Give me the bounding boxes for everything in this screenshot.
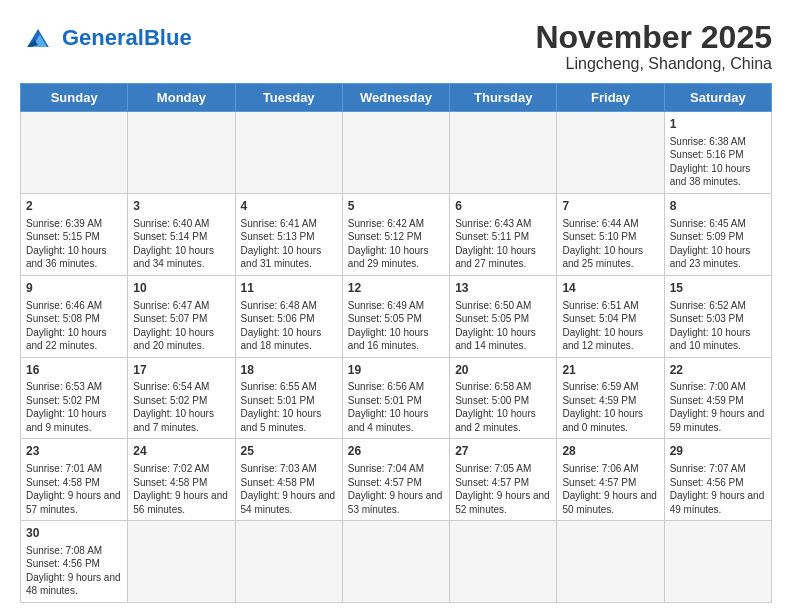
day-number: 28	[562, 443, 658, 460]
calendar-week-row: 30Sunrise: 7:08 AM Sunset: 4:56 PM Dayli…	[21, 521, 772, 603]
day-number: 20	[455, 362, 551, 379]
day-number: 3	[133, 198, 229, 215]
day-number: 6	[455, 198, 551, 215]
day-number: 4	[241, 198, 337, 215]
weekday-header: Saturday	[664, 84, 771, 112]
day-info: Sunrise: 7:03 AM Sunset: 4:58 PM Dayligh…	[241, 462, 337, 516]
day-info: Sunrise: 6:50 AM Sunset: 5:05 PM Dayligh…	[455, 299, 551, 353]
calendar-day-cell: 3Sunrise: 6:40 AM Sunset: 5:14 PM Daylig…	[128, 193, 235, 275]
day-info: Sunrise: 6:54 AM Sunset: 5:02 PM Dayligh…	[133, 380, 229, 434]
day-info: Sunrise: 7:02 AM Sunset: 4:58 PM Dayligh…	[133, 462, 229, 516]
calendar-table: SundayMondayTuesdayWednesdayThursdayFrid…	[20, 83, 772, 603]
day-info: Sunrise: 6:56 AM Sunset: 5:01 PM Dayligh…	[348, 380, 444, 434]
calendar-day-cell	[450, 112, 557, 194]
day-info: Sunrise: 6:48 AM Sunset: 5:06 PM Dayligh…	[241, 299, 337, 353]
day-info: Sunrise: 6:39 AM Sunset: 5:15 PM Dayligh…	[26, 217, 122, 271]
weekday-header: Tuesday	[235, 84, 342, 112]
calendar-body: 1Sunrise: 6:38 AM Sunset: 5:16 PM Daylig…	[21, 112, 772, 603]
calendar-subtitle: Lingcheng, Shandong, China	[535, 55, 772, 73]
header: GeneralBlue November 2025 Lingcheng, Sha…	[20, 20, 772, 73]
calendar-day-cell: 15Sunrise: 6:52 AM Sunset: 5:03 PM Dayli…	[664, 275, 771, 357]
day-info: Sunrise: 6:42 AM Sunset: 5:12 PM Dayligh…	[348, 217, 444, 271]
day-number: 7	[562, 198, 658, 215]
day-info: Sunrise: 6:46 AM Sunset: 5:08 PM Dayligh…	[26, 299, 122, 353]
calendar-day-cell	[664, 521, 771, 603]
day-number: 26	[348, 443, 444, 460]
calendar-day-cell	[342, 112, 449, 194]
calendar-day-cell: 8Sunrise: 6:45 AM Sunset: 5:09 PM Daylig…	[664, 193, 771, 275]
calendar-day-cell	[557, 521, 664, 603]
logo-icon	[20, 20, 56, 56]
day-info: Sunrise: 6:49 AM Sunset: 5:05 PM Dayligh…	[348, 299, 444, 353]
calendar-day-cell: 12Sunrise: 6:49 AM Sunset: 5:05 PM Dayli…	[342, 275, 449, 357]
calendar-day-cell	[128, 112, 235, 194]
logo-general: General	[62, 25, 144, 50]
day-info: Sunrise: 7:05 AM Sunset: 4:57 PM Dayligh…	[455, 462, 551, 516]
calendar-week-row: 1Sunrise: 6:38 AM Sunset: 5:16 PM Daylig…	[21, 112, 772, 194]
day-info: Sunrise: 7:04 AM Sunset: 4:57 PM Dayligh…	[348, 462, 444, 516]
calendar-day-cell	[128, 521, 235, 603]
day-info: Sunrise: 7:08 AM Sunset: 4:56 PM Dayligh…	[26, 544, 122, 598]
day-number: 25	[241, 443, 337, 460]
calendar-day-cell: 29Sunrise: 7:07 AM Sunset: 4:56 PM Dayli…	[664, 439, 771, 521]
day-number: 2	[26, 198, 122, 215]
calendar-week-row: 9Sunrise: 6:46 AM Sunset: 5:08 PM Daylig…	[21, 275, 772, 357]
calendar-day-cell: 5Sunrise: 6:42 AM Sunset: 5:12 PM Daylig…	[342, 193, 449, 275]
day-number: 29	[670, 443, 766, 460]
calendar-day-cell: 16Sunrise: 6:53 AM Sunset: 5:02 PM Dayli…	[21, 357, 128, 439]
calendar-day-cell: 13Sunrise: 6:50 AM Sunset: 5:05 PM Dayli…	[450, 275, 557, 357]
day-info: Sunrise: 6:41 AM Sunset: 5:13 PM Dayligh…	[241, 217, 337, 271]
day-number: 27	[455, 443, 551, 460]
calendar-day-cell: 10Sunrise: 6:47 AM Sunset: 5:07 PM Dayli…	[128, 275, 235, 357]
logo: GeneralBlue	[20, 20, 192, 56]
day-number: 8	[670, 198, 766, 215]
calendar-day-cell: 19Sunrise: 6:56 AM Sunset: 5:01 PM Dayli…	[342, 357, 449, 439]
logo-text: GeneralBlue	[62, 27, 192, 49]
logo-blue: Blue	[144, 25, 192, 50]
calendar-day-cell	[342, 521, 449, 603]
day-info: Sunrise: 6:38 AM Sunset: 5:16 PM Dayligh…	[670, 135, 766, 189]
calendar-day-cell: 28Sunrise: 7:06 AM Sunset: 4:57 PM Dayli…	[557, 439, 664, 521]
calendar-header: SundayMondayTuesdayWednesdayThursdayFrid…	[21, 84, 772, 112]
day-info: Sunrise: 6:58 AM Sunset: 5:00 PM Dayligh…	[455, 380, 551, 434]
calendar-day-cell: 18Sunrise: 6:55 AM Sunset: 5:01 PM Dayli…	[235, 357, 342, 439]
calendar-day-cell: 17Sunrise: 6:54 AM Sunset: 5:02 PM Dayli…	[128, 357, 235, 439]
day-info: Sunrise: 7:07 AM Sunset: 4:56 PM Dayligh…	[670, 462, 766, 516]
calendar-day-cell: 22Sunrise: 7:00 AM Sunset: 4:59 PM Dayli…	[664, 357, 771, 439]
calendar-day-cell: 7Sunrise: 6:44 AM Sunset: 5:10 PM Daylig…	[557, 193, 664, 275]
calendar-week-row: 16Sunrise: 6:53 AM Sunset: 5:02 PM Dayli…	[21, 357, 772, 439]
day-info: Sunrise: 7:00 AM Sunset: 4:59 PM Dayligh…	[670, 380, 766, 434]
day-number: 30	[26, 525, 122, 542]
day-number: 13	[455, 280, 551, 297]
day-info: Sunrise: 6:43 AM Sunset: 5:11 PM Dayligh…	[455, 217, 551, 271]
calendar-day-cell: 1Sunrise: 6:38 AM Sunset: 5:16 PM Daylig…	[664, 112, 771, 194]
calendar-day-cell: 24Sunrise: 7:02 AM Sunset: 4:58 PM Dayli…	[128, 439, 235, 521]
day-info: Sunrise: 6:47 AM Sunset: 5:07 PM Dayligh…	[133, 299, 229, 353]
day-info: Sunrise: 7:06 AM Sunset: 4:57 PM Dayligh…	[562, 462, 658, 516]
calendar-day-cell: 4Sunrise: 6:41 AM Sunset: 5:13 PM Daylig…	[235, 193, 342, 275]
day-number: 16	[26, 362, 122, 379]
day-number: 14	[562, 280, 658, 297]
day-info: Sunrise: 6:40 AM Sunset: 5:14 PM Dayligh…	[133, 217, 229, 271]
calendar-day-cell	[450, 521, 557, 603]
day-number: 1	[670, 116, 766, 133]
weekday-header: Wednesday	[342, 84, 449, 112]
day-number: 17	[133, 362, 229, 379]
day-number: 15	[670, 280, 766, 297]
calendar-day-cell: 9Sunrise: 6:46 AM Sunset: 5:08 PM Daylig…	[21, 275, 128, 357]
weekday-header: Sunday	[21, 84, 128, 112]
day-number: 5	[348, 198, 444, 215]
calendar-day-cell	[235, 112, 342, 194]
day-number: 18	[241, 362, 337, 379]
calendar-day-cell: 11Sunrise: 6:48 AM Sunset: 5:06 PM Dayli…	[235, 275, 342, 357]
day-number: 12	[348, 280, 444, 297]
calendar-day-cell: 20Sunrise: 6:58 AM Sunset: 5:00 PM Dayli…	[450, 357, 557, 439]
day-number: 21	[562, 362, 658, 379]
day-number: 10	[133, 280, 229, 297]
calendar-day-cell: 21Sunrise: 6:59 AM Sunset: 4:59 PM Dayli…	[557, 357, 664, 439]
calendar-day-cell: 6Sunrise: 6:43 AM Sunset: 5:11 PM Daylig…	[450, 193, 557, 275]
calendar-day-cell	[235, 521, 342, 603]
day-info: Sunrise: 7:01 AM Sunset: 4:58 PM Dayligh…	[26, 462, 122, 516]
day-info: Sunrise: 6:52 AM Sunset: 5:03 PM Dayligh…	[670, 299, 766, 353]
calendar-day-cell	[21, 112, 128, 194]
